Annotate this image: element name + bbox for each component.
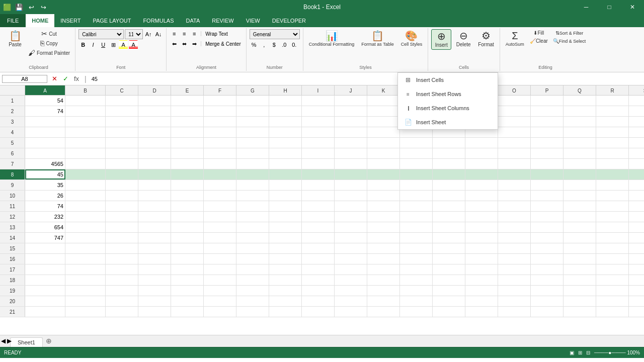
- cell-11-7[interactable]: [335, 201, 367, 211]
- cell-3-6[interactable]: [302, 117, 335, 127]
- cell-b16[interactable]: [65, 254, 106, 264]
- cell-17-13[interactable]: [531, 264, 564, 275]
- cell-b15[interactable]: [65, 243, 106, 253]
- conditional-formatting-button[interactable]: 📊 Conditional Formatting: [306, 29, 357, 48]
- cell-a10[interactable]: 26: [25, 191, 65, 201]
- cell-18-3[interactable]: [204, 275, 236, 285]
- cell-7-8[interactable]: [367, 159, 400, 169]
- tab-file[interactable]: FILE: [0, 14, 26, 27]
- comma-button[interactable]: ,: [260, 40, 269, 49]
- formula-input[interactable]: [90, 76, 642, 82]
- cell-6-13[interactable]: [531, 148, 564, 158]
- cell-17-11[interactable]: [465, 264, 498, 275]
- cell-13-2[interactable]: [171, 222, 204, 232]
- cell-9-7[interactable]: [335, 180, 367, 190]
- cell-b1[interactable]: [65, 96, 106, 106]
- cell-styles-button[interactable]: 🎨 Cell Styles: [398, 29, 425, 48]
- col-header-i[interactable]: I: [302, 85, 335, 96]
- prev-sheet-button[interactable]: ◀: [1, 337, 6, 344]
- cell-3-15[interactable]: [596, 117, 629, 127]
- cell-5-4[interactable]: [236, 138, 269, 148]
- col-header-c[interactable]: C: [106, 85, 138, 96]
- row-number[interactable]: 21: [0, 307, 25, 317]
- cell-19-3[interactable]: [204, 286, 236, 296]
- cell-9-5[interactable]: [269, 180, 302, 190]
- cell-6-1[interactable]: [138, 148, 171, 158]
- cell-9-16[interactable]: [629, 180, 644, 190]
- cell-18-2[interactable]: [171, 275, 204, 285]
- cell-18-15[interactable]: [596, 275, 629, 285]
- cell-14-4[interactable]: [236, 233, 269, 243]
- cell-15-5[interactable]: [269, 243, 302, 253]
- cell-3-3[interactable]: [204, 117, 236, 127]
- cell-1-16[interactable]: [629, 96, 644, 106]
- cell-b5[interactable]: [65, 138, 106, 148]
- cell-a17[interactable]: [25, 264, 65, 275]
- cell-4-0[interactable]: [106, 127, 138, 137]
- cell-17-15[interactable]: [596, 264, 629, 275]
- cell-12-9[interactable]: [400, 212, 433, 222]
- cell-15-6[interactable]: [302, 243, 335, 253]
- cell-1-15[interactable]: [596, 96, 629, 106]
- cell-8-12[interactable]: [498, 169, 531, 179]
- cell-2-12[interactable]: [498, 106, 531, 116]
- cell-15-10[interactable]: [433, 243, 465, 253]
- tab-insert[interactable]: INSERT: [54, 14, 87, 27]
- cell-20-12[interactable]: [498, 296, 531, 306]
- tab-view[interactable]: VIEW: [240, 14, 266, 27]
- cell-2-3[interactable]: [204, 106, 236, 116]
- cell-20-2[interactable]: [171, 296, 204, 306]
- cell-a5[interactable]: [25, 138, 65, 148]
- cell-4-2[interactable]: [171, 127, 204, 137]
- cell-14-8[interactable]: [367, 233, 400, 243]
- cell-2-7[interactable]: [335, 106, 367, 116]
- cell-13-12[interactable]: [498, 222, 531, 232]
- cell-18-0[interactable]: [106, 275, 138, 285]
- align-top-right-button[interactable]: ≡: [190, 29, 199, 38]
- cell-4-7[interactable]: [335, 127, 367, 137]
- cell-2-2[interactable]: [171, 106, 204, 116]
- cell-9-3[interactable]: [204, 180, 236, 190]
- cell-19-15[interactable]: [596, 286, 629, 296]
- cell-7-15[interactable]: [596, 159, 629, 169]
- cell-8-2[interactable]: [171, 169, 204, 179]
- cell-1-12[interactable]: [498, 96, 531, 106]
- cell-3-16[interactable]: [629, 117, 644, 127]
- cell-b19[interactable]: [65, 286, 106, 296]
- cell-a1[interactable]: 54: [25, 96, 65, 106]
- cell-20-6[interactable]: [302, 296, 335, 306]
- cell-17-3[interactable]: [204, 264, 236, 275]
- cell-12-5[interactable]: [269, 212, 302, 222]
- cell-18-4[interactable]: [236, 275, 269, 285]
- cell-a14[interactable]: 747: [25, 233, 65, 243]
- cell-14-2[interactable]: [171, 233, 204, 243]
- cell-11-9[interactable]: [400, 201, 433, 211]
- cell-5-10[interactable]: [433, 138, 465, 148]
- cell-1-7[interactable]: [335, 96, 367, 106]
- cell-14-9[interactable]: [400, 233, 433, 243]
- next-sheet-button[interactable]: ▶: [7, 337, 12, 344]
- cell-1-2[interactable]: [171, 96, 204, 106]
- cell-20-16[interactable]: [629, 296, 644, 306]
- cell-5-12[interactable]: [498, 138, 531, 148]
- cell-a13[interactable]: 654: [25, 222, 65, 232]
- row-number[interactable]: 20: [0, 296, 25, 306]
- cell-12-2[interactable]: [171, 212, 204, 222]
- cell-15-9[interactable]: [400, 243, 433, 253]
- cell-a15[interactable]: [25, 243, 65, 253]
- cell-13-8[interactable]: [367, 222, 400, 232]
- currency-button[interactable]: $: [270, 40, 279, 49]
- cell-11-3[interactable]: [204, 201, 236, 211]
- row-number[interactable]: 17: [0, 264, 25, 275]
- cell-10-11[interactable]: [465, 191, 498, 201]
- cell-19-5[interactable]: [269, 286, 302, 296]
- cell-10-13[interactable]: [531, 191, 564, 201]
- cell-10-0[interactable]: [106, 191, 138, 201]
- cell-12-16[interactable]: [629, 212, 644, 222]
- decrease-font-button[interactable]: A↓: [154, 30, 163, 39]
- confirm-formula-button[interactable]: ✓: [60, 74, 70, 84]
- cell-14-11[interactable]: [465, 233, 498, 243]
- cell-9-13[interactable]: [531, 180, 564, 190]
- cell-13-15[interactable]: [596, 222, 629, 232]
- cell-15-3[interactable]: [204, 243, 236, 253]
